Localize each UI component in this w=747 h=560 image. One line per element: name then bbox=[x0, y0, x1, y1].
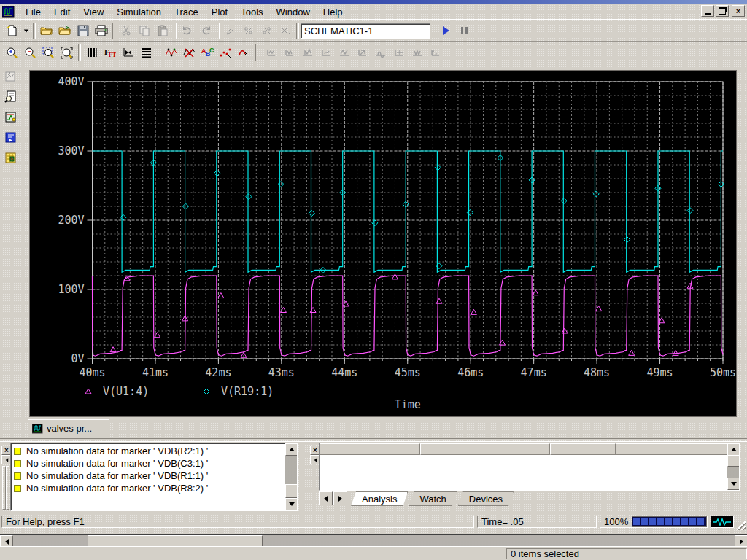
tab-watch[interactable]: Watch bbox=[409, 491, 457, 506]
tabs-scroll-right-button[interactable] bbox=[333, 491, 347, 505]
pspice-window: File Edit View Simulation Trace Plot Too… bbox=[0, 0, 747, 560]
fourier-button[interactable]: FFT bbox=[101, 44, 119, 61]
dropdown-caret-icon bbox=[23, 29, 28, 32]
scroll-down-button[interactable] bbox=[727, 478, 740, 490]
minimize-button[interactable] bbox=[701, 5, 714, 17]
voltage-differential-marker-button[interactable] bbox=[280, 44, 298, 61]
cursor-button[interactable] bbox=[235, 44, 253, 61]
tab-devices[interactable]: Devices bbox=[458, 491, 514, 506]
delete-trace-icon bbox=[183, 47, 196, 58]
new-file-button[interactable] bbox=[3, 22, 21, 39]
zoom-area-button[interactable] bbox=[39, 44, 58, 61]
resize-grip[interactable] bbox=[737, 521, 746, 530]
scroll-up-button[interactable] bbox=[727, 443, 740, 456]
redo-button[interactable] bbox=[196, 22, 214, 39]
new-simulation-profile-button[interactable] bbox=[221, 22, 239, 39]
performance-analysis-button[interactable] bbox=[119, 44, 137, 61]
analysis-table[interactable] bbox=[319, 443, 740, 491]
menu-view[interactable]: View bbox=[77, 5, 110, 19]
save-button[interactable] bbox=[74, 22, 92, 39]
view-simulation-results-icon bbox=[261, 25, 273, 36]
db-magnitude-marker-button[interactable] bbox=[335, 44, 353, 61]
current-marker-icon bbox=[302, 47, 314, 58]
waveform-plot-window[interactable]: 40ms41ms42ms43ms44ms45ms46ms47ms48ms49ms… bbox=[29, 70, 737, 417]
cut-button[interactable] bbox=[117, 22, 135, 39]
mark-data-points-button[interactable] bbox=[217, 44, 235, 61]
analysis-window: × Analysis Watch Devices bbox=[309, 440, 747, 513]
label-text-button[interactable]: ABC bbox=[198, 44, 217, 61]
output-message-list[interactable]: No simulation data for marker ' VDB(R2:1… bbox=[10, 443, 298, 511]
progress-block bbox=[633, 518, 640, 525]
capture-horizontal-scrollbar[interactable] bbox=[0, 534, 747, 547]
arrow-right-icon bbox=[338, 496, 342, 502]
analysis-scrollbar[interactable] bbox=[727, 443, 739, 489]
current-marker-button[interactable] bbox=[298, 44, 317, 61]
scroll-thumb[interactable] bbox=[727, 455, 740, 467]
scroll-down-button[interactable] bbox=[285, 498, 298, 510]
simulation-settings-button[interactable] bbox=[276, 22, 294, 39]
waveform-chart[interactable]: 40ms41ms42ms43ms44ms45ms46ms47ms48ms49ms… bbox=[30, 71, 735, 415]
new-file-dropdown[interactable] bbox=[21, 22, 31, 39]
menu-file[interactable]: File bbox=[19, 5, 47, 19]
view-output-file-button[interactable] bbox=[2, 88, 20, 106]
undo-button[interactable] bbox=[178, 22, 196, 39]
menu-edit[interactable]: Edit bbox=[47, 5, 77, 19]
menu-plot[interactable]: Plot bbox=[205, 5, 234, 19]
zoom-fit-button[interactable] bbox=[58, 44, 76, 61]
pause-button[interactable] bbox=[454, 22, 473, 39]
output-scrollbar[interactable] bbox=[285, 443, 297, 509]
delete-trace-button[interactable] bbox=[180, 44, 198, 61]
progress-block bbox=[657, 518, 664, 525]
run-pspice-button[interactable] bbox=[436, 22, 454, 39]
menu-window[interactable]: Window bbox=[270, 5, 317, 19]
group-delay-marker-button[interactable] bbox=[371, 44, 390, 61]
edit-simulation-profile-button[interactable] bbox=[239, 22, 258, 39]
log-x-button[interactable] bbox=[137, 44, 155, 61]
x-grid-button[interactable] bbox=[82, 44, 101, 61]
real-part-marker-button[interactable] bbox=[390, 44, 408, 61]
zoom-out-button[interactable] bbox=[21, 44, 39, 61]
menu-bar: File Edit View Simulation Trace Plot Too… bbox=[0, 4, 747, 20]
power-dissipation-marker-button[interactable] bbox=[317, 44, 335, 61]
svg-text:100V: 100V bbox=[58, 283, 84, 296]
view-simulation-status-button[interactable] bbox=[2, 67, 20, 85]
table-header-cell[interactable] bbox=[320, 443, 420, 455]
document-tab-valves[interactable]: valves pr... bbox=[28, 419, 109, 437]
simulation-profile-combobox[interactable]: SCHEMATIC1-1 bbox=[301, 23, 430, 39]
legend-label[interactable]: V(R19:1) bbox=[221, 385, 274, 398]
progress-block bbox=[697, 518, 704, 525]
polar-marker-button[interactable] bbox=[426, 44, 444, 61]
voltage-level-marker-button[interactable] bbox=[262, 44, 280, 61]
scroll-up-button[interactable] bbox=[285, 443, 298, 456]
view-schematic-button[interactable] bbox=[2, 149, 20, 167]
add-trace-button[interactable] bbox=[162, 44, 180, 61]
table-header-cell[interactable] bbox=[550, 443, 616, 455]
table-header-cell[interactable] bbox=[616, 443, 727, 455]
menu-tools[interactable]: Tools bbox=[234, 5, 269, 19]
menu-help[interactable]: Help bbox=[317, 5, 349, 19]
menu-trace[interactable]: Trace bbox=[168, 5, 205, 19]
scroll-thumb[interactable] bbox=[285, 484, 298, 498]
tab-analysis[interactable]: Analysis bbox=[351, 491, 408, 506]
table-header-cell[interactable] bbox=[420, 443, 550, 455]
view-simulation-results-button[interactable] bbox=[258, 22, 276, 39]
view-simulation-queue-button[interactable] bbox=[2, 128, 20, 147]
phase-marker-button[interactable] bbox=[353, 44, 371, 61]
imaginary-part-marker-button[interactable] bbox=[408, 44, 426, 61]
copy-button[interactable] bbox=[135, 22, 153, 39]
dock-area: × No simulation data for marker ' VDB(R2… bbox=[0, 440, 747, 513]
output-grip[interactable] bbox=[6, 466, 9, 510]
tabs-scroll-left-button[interactable] bbox=[319, 491, 333, 505]
paste-button[interactable] bbox=[153, 22, 171, 39]
pspice-app-icon bbox=[2, 6, 15, 18]
restore-button[interactable] bbox=[716, 5, 729, 17]
menu-simulation[interactable]: Simulation bbox=[110, 5, 168, 19]
open-button[interactable] bbox=[37, 22, 55, 39]
view-circuit-file-button[interactable] bbox=[2, 108, 20, 126]
close-button[interactable]: × bbox=[732, 5, 745, 17]
append-file-button[interactable] bbox=[55, 22, 74, 39]
message-bullet-icon bbox=[14, 448, 21, 455]
zoom-in-button[interactable] bbox=[3, 44, 21, 61]
legend-label[interactable]: V(U1:4) bbox=[103, 385, 149, 398]
print-button[interactable] bbox=[92, 22, 110, 39]
